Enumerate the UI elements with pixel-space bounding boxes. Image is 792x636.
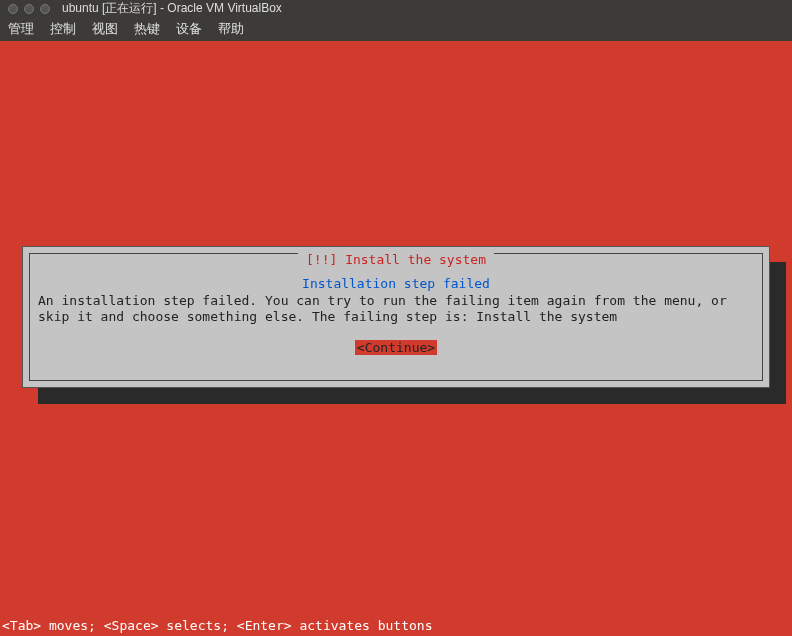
footer-help: <Tab> moves; <Space> selects; <Enter> ac… (2, 618, 432, 633)
menu-item-help[interactable]: 帮助 (218, 21, 244, 38)
dialog-wrap: [!!] Install the system Installation ste… (22, 246, 770, 388)
menu-item-control[interactable]: 控制 (50, 21, 76, 38)
menu-item-devices[interactable]: 设备 (176, 21, 202, 38)
dialog-button-wrap: <Continue> (38, 340, 754, 355)
continue-button[interactable]: <Continue> (355, 340, 437, 355)
window-title: ubuntu [正在运行] - Oracle VM VirtualBox (62, 0, 282, 17)
dialog-message: An installation step failed. You can try… (38, 293, 754, 326)
menu-item-input[interactable]: 热键 (134, 21, 160, 38)
window-titlebar: ubuntu [正在运行] - Oracle VM VirtualBox (0, 0, 792, 17)
close-icon[interactable] (8, 4, 18, 14)
installer-dialog: [!!] Install the system Installation ste… (22, 246, 770, 388)
window-controls (8, 4, 50, 14)
minimize-icon[interactable] (24, 4, 34, 14)
menu-item-manage[interactable]: 管理 (8, 21, 34, 38)
dialog-inner: [!!] Install the system Installation ste… (29, 253, 763, 381)
dialog-subtitle: Installation step failed (38, 276, 754, 291)
menu-item-view[interactable]: 视图 (92, 21, 118, 38)
menubar: 管理 控制 视图 热键 设备 帮助 (0, 17, 792, 41)
maximize-icon[interactable] (40, 4, 50, 14)
dialog-title: [!!] Install the system (298, 252, 494, 267)
vm-screen: [!!] Install the system Installation ste… (0, 41, 792, 636)
